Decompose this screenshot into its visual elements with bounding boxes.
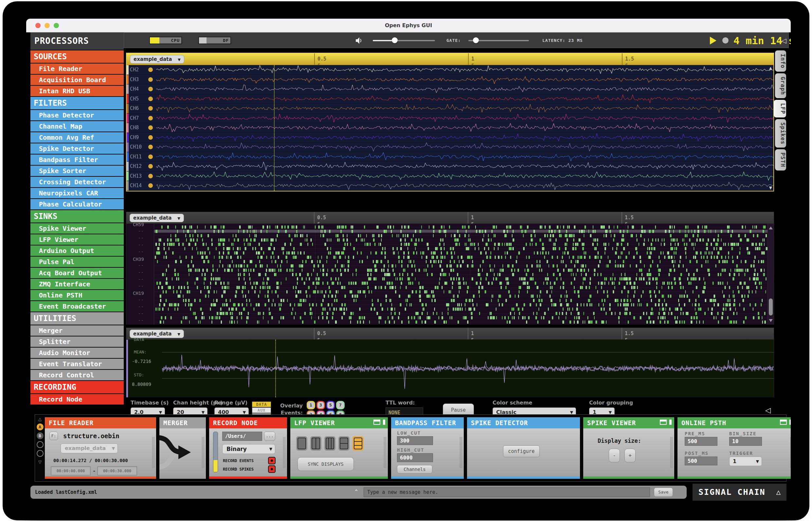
- raster-plot[interactable]: [154, 224, 767, 325]
- channel-row-ch8[interactable]: CH8: [127, 123, 773, 133]
- channel-row-ch4[interactable]: CH4: [127, 85, 773, 94]
- channel-row-ch6[interactable]: CH6: [127, 104, 773, 114]
- sidebar-item-online-psth[interactable]: Online PSTH: [30, 290, 124, 300]
- sidebar-item-acquisition-board[interactable]: Acquisition Board: [30, 75, 124, 85]
- channel-audio-dot[interactable]: [148, 164, 153, 168]
- sidebar-item-event-broadcaster[interactable]: Event Broadcaster: [30, 301, 124, 312]
- viewer-tab-graph[interactable]: Graph: [775, 73, 786, 98]
- sidebar-item-arduino-output[interactable]: Arduino Output: [30, 246, 124, 256]
- lfp-viewer-module[interactable]: LFP VIEWER: [290, 417, 388, 479]
- raster-stream-select[interactable]: example_data▼: [130, 214, 184, 222]
- channel-row-ch12[interactable]: CH12: [127, 162, 773, 172]
- channel-audio-dot[interactable]: [148, 145, 153, 149]
- sidebar-item-splitter[interactable]: Splitter: [30, 336, 124, 347]
- sidebar-item-phase-detector[interactable]: Phase Detector: [30, 110, 124, 120]
- module-grip[interactable]: [790, 437, 791, 468]
- chain-tab-b[interactable]: B: [37, 432, 44, 439]
- record-engine-select[interactable]: Binary▼: [222, 444, 275, 454]
- pre-ms-field[interactable]: 500: [685, 437, 717, 446]
- module-grip[interactable]: [202, 437, 204, 468]
- message-input[interactable]: Type a new message here.: [364, 487, 650, 497]
- sidebar-item-intan-rhd-usb[interactable]: Intan RHD USB: [30, 86, 124, 96]
- channels-button[interactable]: Channels: [397, 465, 432, 474]
- channel-row-ch9[interactable]: CH9: [127, 133, 773, 143]
- file-reader-header[interactable]: FILE READER: [45, 417, 156, 428]
- spike-viewer-module[interactable]: SPIKE VIEWER Display size: - +: [583, 417, 674, 479]
- open-window-icon[interactable]: [660, 420, 667, 425]
- bandpass-header[interactable]: BANDPASS FILTER: [391, 417, 464, 428]
- channel-row-ch7[interactable]: CH7: [127, 114, 773, 123]
- pin-tab-icon[interactable]: [669, 420, 672, 425]
- module-grip[interactable]: [460, 437, 462, 468]
- gate-slider-knob[interactable]: [473, 37, 479, 43]
- merger-header[interactable]: MERGER: [159, 417, 206, 428]
- lfp-trace-area[interactable]: ▲ ▼ CH2CH3CH4CH5CH6CH7CH8CH9CH10CH11CH12…: [127, 65, 773, 191]
- channel-audio-dot[interactable]: [148, 106, 153, 111]
- layout-2col-button[interactable]: [310, 436, 321, 451]
- sidebar-item-spike-detector[interactable]: Spike Detector: [30, 143, 124, 154]
- record-node-header[interactable]: RECORD NODE: [209, 417, 287, 428]
- channel-audio-dot[interactable]: [148, 174, 153, 178]
- channel-audio-dot[interactable]: [148, 155, 153, 159]
- channel-audio-dot[interactable]: [148, 125, 153, 130]
- start-time-field[interactable]: 00:00:00.000: [51, 466, 91, 476]
- file-reader-module[interactable]: FILE READER F: structure.oebin example_d…: [45, 417, 156, 479]
- spike-detector-header[interactable]: SPIKE DETECTOR: [467, 417, 580, 428]
- chain-up-icon[interactable]: △: [36, 416, 44, 422]
- scroll-down-arrow[interactable]: [769, 319, 773, 322]
- configure-button[interactable]: configure: [503, 446, 540, 457]
- sidebar-item-file-reader[interactable]: File Reader: [30, 64, 124, 74]
- sidebar-item-lfp-viewer[interactable]: LFP Viewer: [30, 234, 124, 245]
- data-type-button[interactable]: DATA: [252, 402, 271, 407]
- viewer-tab-lfp[interactable]: LFP: [774, 100, 786, 117]
- channel-row-ch3[interactable]: CH3: [127, 75, 773, 85]
- sidebar-item-acq-board-output[interactable]: Acq Board Output: [30, 268, 124, 278]
- bin-size-field[interactable]: 10: [729, 437, 762, 446]
- overlay-event-button-5[interactable]: 5: [326, 401, 335, 409]
- channel-row-ch13[interactable]: CH13: [127, 172, 773, 181]
- end-time-field[interactable]: 00:00:30.000: [97, 466, 137, 476]
- high-cut-field[interactable]: 6000: [397, 453, 433, 462]
- open-window-icon[interactable]: [780, 420, 787, 425]
- merger-module[interactable]: MERGER: [159, 417, 206, 479]
- chain-down-icon[interactable]: ▽: [36, 459, 44, 465]
- sidebar-item-record-control[interactable]: Record Control: [30, 370, 124, 380]
- size-decrease-button[interactable]: -: [609, 449, 620, 462]
- channel-row-ch5[interactable]: CH5: [127, 94, 773, 104]
- file-stream-select[interactable]: example_data▼: [61, 444, 118, 453]
- sidebar-item-zmq-interface[interactable]: ZMQ Interface: [30, 279, 124, 289]
- channel-row-ch11[interactable]: CH11: [127, 152, 773, 162]
- toolbar-collapse-icon[interactable]: ◁: [782, 37, 787, 45]
- module-grip[interactable]: [384, 437, 386, 468]
- scroll-up-arrow[interactable]: [769, 226, 773, 229]
- size-increase-button[interactable]: +: [625, 449, 636, 462]
- sidebar-item-record-node[interactable]: Record Node: [30, 394, 124, 405]
- raster-scrollbar[interactable]: [767, 224, 774, 325]
- scroll-down-icon[interactable]: ▼: [769, 185, 772, 190]
- chain-tab-empty[interactable]: [37, 441, 44, 448]
- sidebar-item-merger[interactable]: Merger: [30, 325, 124, 336]
- sync-displays-button[interactable]: SYNC DISPLAYS: [297, 457, 354, 471]
- record-path-field[interactable]: /Users/: [222, 432, 262, 441]
- spike-detector-module[interactable]: SPIKE DETECTOR configure: [467, 417, 580, 479]
- expand-console-icon[interactable]: ⌃: [354, 488, 359, 495]
- signal-chain-label[interactable]: SIGNAL CHAIN△: [693, 484, 787, 501]
- trace-plot[interactable]: [162, 340, 774, 397]
- viewer-tab-psth[interactable]: PSTH: [775, 149, 786, 171]
- sidebar-item-channel-map[interactable]: Channel Map: [30, 121, 124, 132]
- channel-audio-dot[interactable]: [148, 77, 153, 82]
- sidebar-item-audio-monitor[interactable]: Audio Monitor: [30, 347, 124, 358]
- channel-audio-dot[interactable]: [148, 116, 153, 120]
- module-grip[interactable]: [670, 437, 673, 468]
- channel-row-ch14[interactable]: CH14: [127, 181, 773, 191]
- sidebar-item-phase-calculator[interactable]: Phase Calculator: [30, 199, 124, 209]
- options-collapse-icon[interactable]: ◁: [765, 406, 771, 414]
- gate-slider[interactable]: [468, 40, 529, 41]
- lfp-stream-select[interactable]: example_data▼: [130, 55, 184, 64]
- volume-slider[interactable]: [373, 40, 435, 41]
- channel-audio-dot[interactable]: [148, 96, 153, 101]
- scrollbar-thumb[interactable]: [769, 298, 773, 316]
- open-window-icon[interactable]: [374, 420, 380, 425]
- channel-row-ch10[interactable]: CH10: [127, 142, 773, 152]
- spike-viewer-header[interactable]: SPIKE VIEWER: [583, 417, 674, 428]
